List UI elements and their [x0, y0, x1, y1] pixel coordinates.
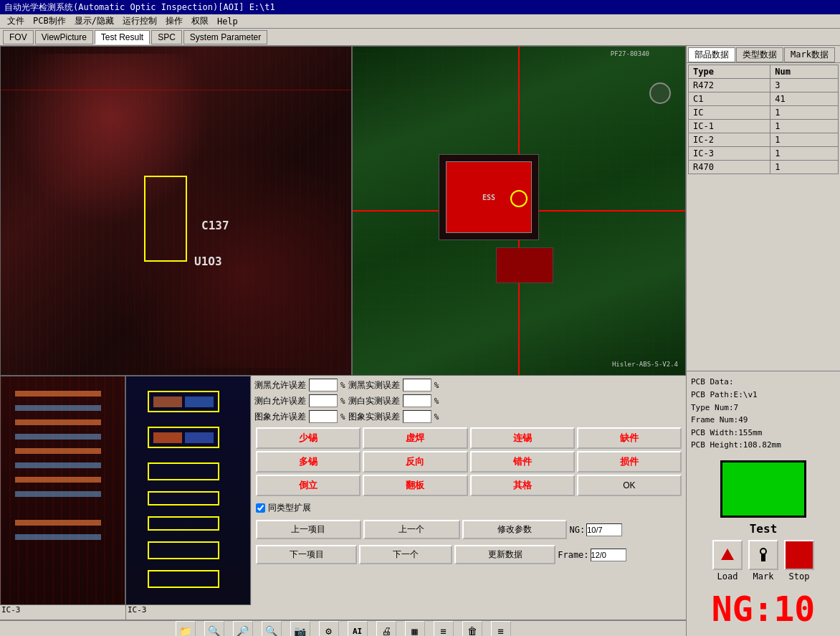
num-cell: 3	[770, 79, 839, 92]
prev-one-btn[interactable]: 上一个	[363, 520, 460, 539]
frame-input[interactable]	[591, 549, 626, 561]
defect-btn-duox[interactable]: 多锡	[256, 451, 361, 473]
table-row[interactable]: C141	[689, 92, 839, 106]
next-one-btn[interactable]: 下一个	[359, 545, 452, 564]
toolbar-settings-icon[interactable]: ⚙	[319, 621, 339, 636]
white-actual-input[interactable]	[403, 394, 431, 407]
toolbar-trash-icon[interactable]: 🗑	[462, 621, 482, 636]
defect-btn-fanx[interactable]: 反向	[363, 451, 467, 473]
same-type-row: 同类型扩展	[254, 500, 683, 516]
bottom-toolbar: 📁 🔍 🔎 🔍 📷 ⚙ AI 🖨 ▦ ≡ 🗑 ≡	[0, 620, 686, 636]
defect-btn-quej[interactable]: 缺件	[577, 427, 682, 449]
right-tabs: 部品数据 类型数据 Mark数据	[687, 46, 840, 63]
toolbar-camera-icon[interactable]: 📷	[290, 621, 310, 636]
menu-help[interactable]: Help	[213, 16, 242, 27]
table-row[interactable]: R4723	[689, 79, 839, 92]
type-cell: IC-3	[689, 147, 770, 161]
bottom-label-right: IC-3	[126, 605, 252, 620]
tab-viewpicture[interactable]: ViewPicture	[35, 30, 93, 44]
stop-label: Stop	[789, 571, 810, 582]
toolbar-folder-icon[interactable]: 📁	[176, 621, 196, 636]
test-label: Test	[750, 522, 778, 536]
table-row[interactable]: R4701	[689, 161, 839, 174]
white-tolerance-input[interactable]	[309, 394, 338, 407]
white-tolerance-row: 测白允许误差 % 测白实测误差 %	[254, 394, 683, 407]
modify-params-btn[interactable]: 修改参数	[462, 520, 568, 539]
tab-testresult[interactable]: Test Result	[95, 30, 150, 44]
toolbar-menu-icon[interactable]: ≡	[491, 621, 511, 636]
toolbar-print-icon[interactable]: 🖨	[376, 621, 396, 636]
num-cell: 1	[770, 133, 839, 147]
table-row[interactable]: IC-21	[689, 133, 839, 147]
tab-system[interactable]: System Parameter	[183, 30, 267, 44]
menu-operate[interactable]: 操作	[161, 14, 187, 28]
green-display	[720, 460, 806, 518]
col-type: Type	[689, 65, 770, 79]
defect-btn-shaox[interactable]: 少锡	[256, 427, 361, 449]
svg-rect-3	[793, 549, 805, 561]
image-actual-input[interactable]	[403, 410, 431, 423]
menu-bar: 文件 PCB制作 显示/隐藏 运行控制 操作 权限 Help	[0, 14, 840, 29]
dark-tolerance-input[interactable]	[309, 379, 338, 391]
prev-item-btn[interactable]: 上一项目	[256, 520, 361, 539]
defect-btn-lianx[interactable]: 连锡	[470, 427, 575, 449]
pcb-data-label: PCB Data:	[691, 376, 836, 389]
defect-btn-xuhuan[interactable]: 虚焊	[363, 427, 467, 449]
toolbar-grid-icon[interactable]: ▦	[405, 621, 425, 636]
menu-pcb[interactable]: PCB制作	[29, 14, 70, 28]
defect-btn-ok[interactable]: OK	[577, 475, 682, 496]
type-cell: IC	[689, 106, 770, 120]
load-button[interactable]: Load	[712, 540, 743, 582]
toolbar-search-icon[interactable]: 🔍	[204, 621, 224, 636]
table-row[interactable]: IC-31	[689, 147, 839, 161]
toolbar-layers-icon[interactable]: ≡	[434, 621, 454, 636]
dark-actual-input[interactable]	[403, 379, 431, 391]
frame-label: Frame:	[558, 550, 588, 560]
mark-label: Mark	[753, 571, 774, 582]
ng-display: NG:10	[706, 586, 821, 632]
col-num: Num	[770, 65, 839, 79]
defect-btn-sunj[interactable]: 损件	[577, 451, 682, 473]
right-tab-parts[interactable]: 部品数据	[688, 47, 735, 62]
same-type-checkbox[interactable]	[256, 503, 265, 513]
next-item-btn[interactable]: 下一项目	[256, 545, 357, 564]
pcb-frame-num: Frame Num:49	[691, 414, 836, 427]
defect-btn-qig[interactable]: 其格	[470, 475, 575, 496]
right-tab-mark[interactable]: Mark数据	[784, 47, 835, 62]
defect-btn-cuoj[interactable]: 错件	[470, 451, 575, 473]
toolbar-zoomout-icon[interactable]: 🔍	[262, 621, 282, 636]
ng-input[interactable]	[586, 523, 622, 536]
white-tolerance-label: 测白允许误差	[254, 395, 306, 407]
right-panel: 部品数据 类型数据 Mark数据 Type Num R4723C141IC1IC…	[686, 46, 840, 636]
image-tolerance-input[interactable]	[309, 410, 338, 423]
pcb-info: PCB Data: PCB Path:E:\v1 Type Num:7 Fram…	[687, 371, 840, 456]
mark-button[interactable]: Mark	[748, 540, 778, 582]
menu-run[interactable]: 运行控制	[118, 14, 161, 28]
menu-file[interactable]: 文件	[3, 14, 29, 28]
defect-btn-fanb[interactable]: 翻板	[363, 475, 467, 496]
image-actual-label: 图象实测误差	[348, 411, 400, 423]
type-cell: R470	[689, 161, 770, 174]
menu-auth[interactable]: 权限	[187, 14, 213, 28]
title-text: 自动光学检测系统(Automatic Optic Inspection)[AOI…	[4, 1, 275, 14]
control-panel: 测黑允许误差 % 测黑实测误差 % 测白允许误差 % 测白实测误差 % 图象允许	[252, 376, 686, 620]
same-type-label: 同类型扩展	[268, 502, 311, 514]
main-content: C137 U1O3 ESS	[0, 46, 840, 636]
table-row[interactable]: IC1	[689, 106, 839, 120]
stop-button[interactable]: Stop	[784, 540, 814, 582]
toolbar-zoomin-icon[interactable]: 🔎	[233, 621, 253, 636]
table-row[interactable]: IC-11	[689, 120, 839, 133]
right-tab-types[interactable]: 类型数据	[736, 47, 783, 62]
update-data-btn[interactable]: 更新数据	[454, 545, 555, 564]
tab-fov[interactable]: FOV	[3, 30, 34, 44]
stop-icon	[784, 540, 814, 570]
ng-value-display: NG:	[569, 523, 682, 536]
type-table: Type Num R4723C141IC1IC-11IC-21IC-31R470…	[688, 65, 839, 174]
bottom-label-row: IC-3 IC-3	[0, 605, 252, 620]
tab-spc[interactable]: SPC	[151, 30, 182, 44]
pcb-type: Type Num:7	[691, 402, 836, 414]
menu-display[interactable]: 显示/隐藏	[70, 14, 118, 28]
defect-btn-daol[interactable]: 倒立	[256, 475, 361, 496]
toolbar: FOV ViewPicture Test Result SPC System P…	[0, 29, 840, 46]
toolbar-ai-icon[interactable]: AI	[348, 621, 368, 636]
